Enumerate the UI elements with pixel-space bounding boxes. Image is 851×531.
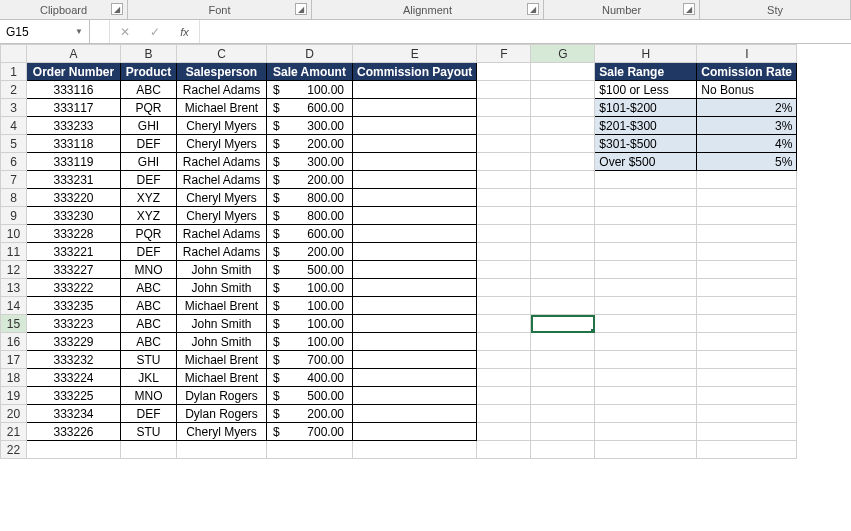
cell-C11[interactable]: Rachel Adams — [177, 243, 267, 261]
cell-F4[interactable] — [477, 117, 531, 135]
cell-C13[interactable]: John Smith — [177, 279, 267, 297]
cell-G5[interactable] — [531, 135, 595, 153]
cell-C20[interactable]: Dylan Rogers — [177, 405, 267, 423]
cell-I5[interactable]: 4% — [697, 135, 797, 153]
cell-E17[interactable] — [353, 351, 477, 369]
cell-E3[interactable] — [353, 99, 477, 117]
cell-B15[interactable]: ABC — [121, 315, 177, 333]
cell-H1[interactable]: Sale Range — [595, 63, 697, 81]
row-header-15[interactable]: 15 — [1, 315, 27, 333]
cell-B17[interactable]: STU — [121, 351, 177, 369]
cell-D13[interactable]: $100.00 — [267, 279, 353, 297]
cell-C17[interactable]: Michael Brent — [177, 351, 267, 369]
row-header-11[interactable]: 11 — [1, 243, 27, 261]
cell-B9[interactable]: XYZ — [121, 207, 177, 225]
cell-C6[interactable]: Rachel Adams — [177, 153, 267, 171]
col-header-F[interactable]: F — [477, 45, 531, 63]
select-all-corner[interactable] — [1, 45, 27, 63]
cell-C14[interactable]: Michael Brent — [177, 297, 267, 315]
cell-F6[interactable] — [477, 153, 531, 171]
cell-H22[interactable] — [595, 441, 697, 459]
cell-C7[interactable]: Rachel Adams — [177, 171, 267, 189]
row-header-18[interactable]: 18 — [1, 369, 27, 387]
cell-G4[interactable] — [531, 117, 595, 135]
row-header-13[interactable]: 13 — [1, 279, 27, 297]
cell-B2[interactable]: ABC — [121, 81, 177, 99]
cell-E19[interactable] — [353, 387, 477, 405]
cell-D16[interactable]: $100.00 — [267, 333, 353, 351]
cell-D20[interactable]: $200.00 — [267, 405, 353, 423]
cell-D8[interactable]: $800.00 — [267, 189, 353, 207]
cell-F2[interactable] — [477, 81, 531, 99]
col-header-A[interactable]: A — [27, 45, 121, 63]
cell-E14[interactable] — [353, 297, 477, 315]
cell-D3[interactable]: $600.00 — [267, 99, 353, 117]
cell-B1[interactable]: Product — [121, 63, 177, 81]
cell-I22[interactable] — [697, 441, 797, 459]
dialog-launcher-icon[interactable]: ◢ — [295, 3, 307, 15]
cell-D2[interactable]: $100.00 — [267, 81, 353, 99]
cell-F5[interactable] — [477, 135, 531, 153]
col-header-H[interactable]: H — [595, 45, 697, 63]
cell-H11[interactable] — [595, 243, 697, 261]
row-header-10[interactable]: 10 — [1, 225, 27, 243]
cell-D4[interactable]: $300.00 — [267, 117, 353, 135]
cell-B3[interactable]: PQR — [121, 99, 177, 117]
cell-E13[interactable] — [353, 279, 477, 297]
row-header-6[interactable]: 6 — [1, 153, 27, 171]
cell-H17[interactable] — [595, 351, 697, 369]
row-header-8[interactable]: 8 — [1, 189, 27, 207]
cell-A8[interactable]: 333220 — [27, 189, 121, 207]
formula-input[interactable] — [200, 20, 851, 43]
cell-A11[interactable]: 333221 — [27, 243, 121, 261]
cell-B8[interactable]: XYZ — [121, 189, 177, 207]
cell-F21[interactable] — [477, 423, 531, 441]
cell-B21[interactable]: STU — [121, 423, 177, 441]
cell-A14[interactable]: 333235 — [27, 297, 121, 315]
cell-H12[interactable] — [595, 261, 697, 279]
row-header-17[interactable]: 17 — [1, 351, 27, 369]
cell-F9[interactable] — [477, 207, 531, 225]
cell-A3[interactable]: 333117 — [27, 99, 121, 117]
cell-A5[interactable]: 333118 — [27, 135, 121, 153]
cell-G10[interactable] — [531, 225, 595, 243]
cell-F15[interactable] — [477, 315, 531, 333]
cell-H6[interactable]: Over $500 — [595, 153, 697, 171]
cell-H18[interactable] — [595, 369, 697, 387]
cell-A15[interactable]: 333223 — [27, 315, 121, 333]
cell-C4[interactable]: Cheryl Myers — [177, 117, 267, 135]
cell-D12[interactable]: $500.00 — [267, 261, 353, 279]
cell-H2[interactable]: $100 or Less — [595, 81, 697, 99]
cell-B7[interactable]: DEF — [121, 171, 177, 189]
cell-E8[interactable] — [353, 189, 477, 207]
cell-B18[interactable]: JKL — [121, 369, 177, 387]
cell-C10[interactable]: Rachel Adams — [177, 225, 267, 243]
cell-C8[interactable]: Cheryl Myers — [177, 189, 267, 207]
cell-G20[interactable] — [531, 405, 595, 423]
cell-G15[interactable] — [531, 315, 595, 333]
cell-D6[interactable]: $300.00 — [267, 153, 353, 171]
cell-A12[interactable]: 333227 — [27, 261, 121, 279]
cell-H3[interactable]: $101-$200 — [595, 99, 697, 117]
cell-E1[interactable]: Commission Payout — [353, 63, 477, 81]
cell-I12[interactable] — [697, 261, 797, 279]
cell-D18[interactable]: $400.00 — [267, 369, 353, 387]
cell-F14[interactable] — [477, 297, 531, 315]
col-header-G[interactable]: G — [531, 45, 595, 63]
cell-E6[interactable] — [353, 153, 477, 171]
row-header-19[interactable]: 19 — [1, 387, 27, 405]
cell-A2[interactable]: 333116 — [27, 81, 121, 99]
cell-H8[interactable] — [595, 189, 697, 207]
cell-A22[interactable] — [27, 441, 121, 459]
cell-B5[interactable]: DEF — [121, 135, 177, 153]
cell-C5[interactable]: Cheryl Myers — [177, 135, 267, 153]
cell-I3[interactable]: 2% — [697, 99, 797, 117]
col-header-I[interactable]: I — [697, 45, 797, 63]
row-header-21[interactable]: 21 — [1, 423, 27, 441]
cell-F7[interactable] — [477, 171, 531, 189]
cell-E15[interactable] — [353, 315, 477, 333]
cell-G14[interactable] — [531, 297, 595, 315]
cell-E16[interactable] — [353, 333, 477, 351]
cell-C18[interactable]: Michael Brent — [177, 369, 267, 387]
cell-F16[interactable] — [477, 333, 531, 351]
